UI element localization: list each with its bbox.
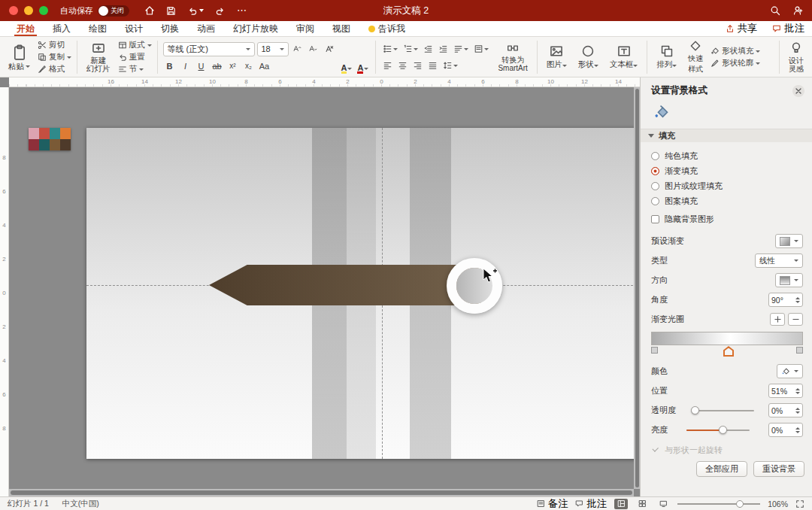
paste-button[interactable]: 粘贴 bbox=[5, 39, 34, 75]
hide-background-checkbox[interactable] bbox=[651, 215, 659, 223]
slideshow-view-button[interactable] bbox=[656, 499, 670, 509]
horizontal-scrollbar[interactable] bbox=[9, 489, 634, 496]
slide-sorter-view-button[interactable] bbox=[635, 499, 649, 509]
fullscreen-window-button[interactable] bbox=[39, 6, 48, 15]
ribbon-tab[interactable]: 绘图 bbox=[80, 21, 116, 36]
direction-dropdown[interactable] bbox=[775, 273, 803, 287]
new-slide-button[interactable]: 新建幻灯片 bbox=[83, 39, 114, 75]
brightness-slider[interactable] bbox=[686, 425, 750, 435]
share-button[interactable]: 共享 bbox=[726, 22, 758, 35]
stepper-icon[interactable] bbox=[795, 408, 800, 414]
decrease-font-button[interactable] bbox=[307, 42, 320, 56]
shape-outline-caret[interactable] bbox=[756, 62, 760, 65]
home-button[interactable] bbox=[144, 5, 155, 16]
color-dropdown[interactable] bbox=[777, 364, 803, 378]
font-name-combo[interactable]: 等线 (正文) bbox=[163, 42, 255, 56]
radio-button[interactable] bbox=[651, 167, 659, 175]
statusbar-comments-button[interactable]: 批注 bbox=[575, 497, 607, 510]
stepper-icon[interactable] bbox=[795, 388, 800, 394]
fill-option[interactable]: 纯色填充 bbox=[651, 150, 803, 162]
notes-button[interactable]: 备注 bbox=[537, 497, 568, 510]
shape-outline-button[interactable]: 形状轮廓 bbox=[710, 58, 760, 68]
ribbon-tab[interactable]: 插入 bbox=[44, 21, 80, 36]
zoom-slider[interactable] bbox=[677, 499, 760, 508]
ribbon-tab[interactable]: 切换 bbox=[152, 21, 188, 36]
undo-button[interactable] bbox=[187, 6, 204, 16]
textbox-caret[interactable] bbox=[633, 65, 638, 67]
gradient-stop-selected[interactable] bbox=[723, 346, 734, 357]
font-style-button[interactable]: U bbox=[195, 59, 208, 73]
stepper-icon[interactable] bbox=[795, 427, 800, 433]
ribbon-tab[interactable]: 设计 bbox=[116, 21, 152, 36]
save-button[interactable] bbox=[166, 6, 176, 16]
font-style-button[interactable]: x² bbox=[226, 59, 240, 73]
font-color-button[interactable]: A bbox=[356, 62, 370, 75]
increase-indent-button[interactable] bbox=[437, 42, 450, 56]
textbox-button[interactable]: 文本框 bbox=[606, 39, 642, 75]
paste-dropdown-caret[interactable] bbox=[26, 65, 30, 68]
transparency-slider[interactable] bbox=[691, 405, 754, 415]
stepper-icon[interactable] bbox=[795, 297, 800, 303]
redo-button[interactable] bbox=[215, 6, 226, 16]
justify-button[interactable] bbox=[426, 59, 439, 72]
ring-shape[interactable] bbox=[447, 258, 502, 314]
palette-thumbnail[interactable] bbox=[29, 128, 71, 150]
bullet-list-button[interactable] bbox=[381, 42, 399, 56]
language-indicator[interactable]: 中文(中国) bbox=[62, 499, 99, 509]
font-style-button[interactable]: x₂ bbox=[242, 59, 256, 73]
fill-option[interactable]: 渐变填充 bbox=[651, 165, 803, 177]
gradient-stop-start[interactable] bbox=[651, 347, 658, 354]
text-direction-button[interactable] bbox=[452, 42, 470, 56]
format-painter-button[interactable]: 格式 bbox=[38, 64, 71, 74]
arrow-tag-shape[interactable] bbox=[209, 265, 481, 305]
remove-stop-button[interactable] bbox=[788, 313, 803, 326]
ribbon-tab[interactable]: 动画 bbox=[188, 21, 224, 36]
ribbon-tab[interactable]: 视图 bbox=[323, 21, 359, 36]
autosave-toggle[interactable]: 关闭 bbox=[98, 5, 129, 17]
shape-fill-caret[interactable] bbox=[756, 50, 760, 53]
type-dropdown[interactable]: 线性 bbox=[755, 253, 803, 268]
font-size-combo[interactable]: 18 bbox=[257, 42, 289, 56]
slide-canvas[interactable] bbox=[9, 87, 640, 496]
share-user-button[interactable] bbox=[792, 5, 803, 16]
copy-button[interactable]: 复制 bbox=[38, 52, 71, 62]
font-style-button[interactable]: B bbox=[163, 59, 177, 73]
fill-option[interactable]: 图片或纹理填充 bbox=[651, 181, 803, 192]
picture-caret[interactable] bbox=[562, 65, 567, 67]
shape-fill-button[interactable]: 形状填充 bbox=[710, 46, 760, 56]
comments-button[interactable]: 批注 bbox=[772, 22, 804, 35]
picture-button[interactable]: 图片 bbox=[543, 39, 571, 75]
text-direction-caret[interactable] bbox=[464, 48, 468, 50]
brightness-slider-thumb[interactable] bbox=[719, 426, 727, 434]
close-window-button[interactable] bbox=[9, 6, 18, 15]
align-left-button[interactable] bbox=[381, 59, 394, 72]
numbered-list-caret[interactable] bbox=[414, 48, 418, 50]
font-style-button[interactable]: I bbox=[179, 59, 192, 73]
reset-background-button[interactable]: 重设背景 bbox=[753, 461, 804, 477]
align-text-caret[interactable] bbox=[484, 48, 489, 50]
align-right-button[interactable] bbox=[411, 59, 424, 72]
fill-tab-button[interactable] bbox=[653, 105, 671, 121]
fit-to-window-button[interactable] bbox=[795, 499, 804, 508]
font-color-caret[interactable] bbox=[364, 68, 368, 70]
bullet-list-caret[interactable] bbox=[393, 48, 398, 50]
quick-styles-button[interactable]: 快速样式 bbox=[684, 39, 707, 75]
angle-spinner[interactable]: 90° bbox=[768, 293, 803, 307]
minimize-window-button[interactable] bbox=[24, 6, 33, 15]
normal-view-button[interactable] bbox=[614, 499, 628, 509]
panel-close-button[interactable] bbox=[792, 85, 804, 97]
transparency-slider-thumb[interactable] bbox=[691, 406, 699, 414]
brightness-spinner[interactable]: 0% bbox=[768, 423, 803, 437]
clear-formatting-button[interactable] bbox=[323, 42, 336, 56]
vertical-scrollbar-thumb[interactable] bbox=[635, 89, 639, 487]
ribbon-tab[interactable]: 告诉我 bbox=[359, 21, 414, 36]
vertical-scrollbar[interactable] bbox=[634, 87, 640, 489]
gradient-bar[interactable] bbox=[651, 332, 803, 345]
arrange-button[interactable]: 排列 bbox=[653, 39, 680, 75]
add-stop-button[interactable] bbox=[770, 313, 785, 326]
ribbon-tab[interactable]: 幻灯片放映 bbox=[224, 21, 287, 36]
undo-dropdown-caret[interactable] bbox=[199, 9, 204, 12]
font-style-button[interactable]: ab bbox=[211, 59, 224, 73]
radio-button[interactable] bbox=[651, 197, 659, 205]
decrease-indent-button[interactable] bbox=[422, 42, 435, 56]
